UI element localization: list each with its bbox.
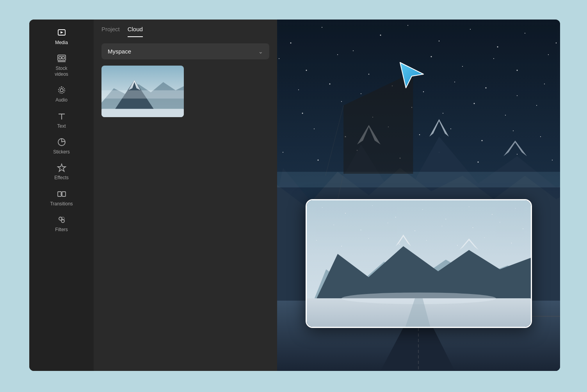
svg-point-50: [298, 89, 299, 90]
audio-icon: [56, 85, 67, 96]
svg-point-38: [279, 58, 279, 59]
svg-point-31: [407, 25, 408, 26]
zoom-preview-card: [306, 199, 532, 328]
svg-rect-3: [59, 57, 61, 59]
sidebar-item-media-label: Media: [55, 40, 68, 45]
preview-area: [277, 20, 560, 371]
sidebar-item-stock-videos[interactable]: Stockvideos: [29, 49, 94, 81]
svg-point-62: [341, 101, 342, 102]
svg-point-77: [540, 136, 541, 137]
svg-point-44: [462, 66, 463, 67]
app-window: Media Stockvideos: [29, 20, 560, 371]
svg-point-36: [556, 43, 557, 43]
svg-point-80: [283, 152, 283, 153]
svg-point-57: [517, 95, 518, 96]
svg-point-114: [388, 223, 388, 223]
sidebar-item-effects-label: Effects: [54, 175, 68, 180]
sidebar-item-transitions-label: Transitions: [50, 201, 73, 207]
svg-point-66: [474, 103, 475, 104]
svg-point-51: [329, 84, 331, 85]
chevron-down-icon: ⌄: [258, 48, 263, 55]
svg-point-86: [517, 154, 518, 155]
cloud-provider-dropdown[interactable]: Myspace ⌄: [101, 43, 269, 59]
sidebar-item-effects[interactable]: Effects: [29, 159, 94, 184]
svg-point-122: [368, 238, 369, 239]
svg-point-104: [345, 213, 345, 214]
svg-point-109: [468, 207, 469, 207]
sidebar-item-filters[interactable]: Filters: [29, 210, 94, 236]
sidebar-item-filters-label: Filters: [55, 227, 68, 232]
svg-point-120: [316, 240, 317, 241]
sidebar-item-text-label: Text: [57, 123, 66, 129]
svg-point-75: [482, 140, 483, 141]
svg-point-113: [360, 230, 361, 230]
svg-point-103: [322, 207, 322, 208]
svg-rect-98: [277, 172, 560, 187]
svg-point-70: [314, 128, 315, 129]
dropdown-selected-value: Myspace: [108, 48, 131, 55]
sidebar: Media Stockvideos: [29, 20, 94, 371]
media-grid: [94, 66, 277, 117]
svg-point-126: [484, 237, 485, 238]
svg-point-123: [399, 244, 400, 245]
sidebar-item-audio-label: Audio: [55, 97, 68, 103]
svg-point-71: [345, 136, 346, 137]
svg-point-115: [414, 230, 415, 231]
svg-marker-135: [400, 62, 423, 88]
sidebar-item-text[interactable]: Text: [29, 107, 94, 133]
tab-cloud[interactable]: Cloud: [128, 26, 143, 37]
svg-point-61: [302, 113, 303, 114]
svg-point-85: [478, 162, 479, 163]
svg-point-82: [357, 150, 358, 151]
svg-point-30: [380, 35, 381, 36]
svg-point-73: [419, 134, 420, 135]
svg-point-107: [422, 209, 423, 210]
media-icon: [56, 27, 67, 38]
svg-point-43: [431, 56, 432, 57]
svg-point-34: [497, 46, 498, 48]
tab-project[interactable]: Project: [101, 26, 120, 37]
sidebar-item-transitions[interactable]: Transitions: [29, 185, 94, 210]
svg-point-72: [388, 127, 389, 127]
stickers-icon: [56, 137, 67, 148]
svg-point-76: [513, 130, 514, 131]
svg-point-108: [445, 219, 446, 219]
svg-point-28: [322, 27, 322, 28]
filters-icon: [56, 214, 67, 225]
svg-point-52: [361, 93, 361, 94]
svg-point-63: [372, 117, 373, 118]
svg-point-110: [492, 214, 493, 215]
svg-marker-1: [60, 31, 63, 34]
svg-point-121: [341, 246, 342, 246]
stock-videos-icon: [56, 53, 67, 64]
svg-point-127: [511, 243, 512, 244]
svg-point-119: [523, 228, 523, 229]
svg-rect-23: [101, 109, 184, 117]
sidebar-item-audio[interactable]: Audio: [29, 81, 94, 107]
svg-point-81: [318, 160, 319, 161]
svg-rect-24: [101, 90, 184, 98]
dropdown-row: Myspace ⌄: [94, 37, 277, 66]
svg-point-83: [400, 158, 400, 159]
svg-point-125: [457, 245, 457, 246]
svg-rect-14: [62, 192, 66, 196]
svg-point-118: [500, 222, 500, 223]
tabs-bar: Project Cloud: [94, 20, 277, 37]
sidebar-item-media[interactable]: Media: [29, 23, 94, 49]
svg-point-58: [544, 84, 545, 84]
svg-point-45: [493, 58, 494, 59]
svg-point-55: [454, 82, 455, 82]
svg-point-56: [486, 87, 487, 89]
svg-point-106: [395, 217, 396, 217]
svg-point-40: [337, 54, 338, 55]
sidebar-item-stickers-label: Stickers: [53, 149, 70, 155]
svg-point-111: [515, 208, 516, 209]
content-panel: Project Cloud Myspace ⌄: [94, 20, 277, 371]
svg-point-47: [548, 54, 549, 55]
svg-point-6: [60, 89, 63, 92]
svg-point-53: [392, 86, 393, 86]
media-thumbnail[interactable]: [101, 66, 184, 117]
svg-point-112: [333, 225, 334, 225]
svg-point-65: [443, 113, 443, 114]
sidebar-item-stickers[interactable]: Stickers: [29, 133, 94, 159]
